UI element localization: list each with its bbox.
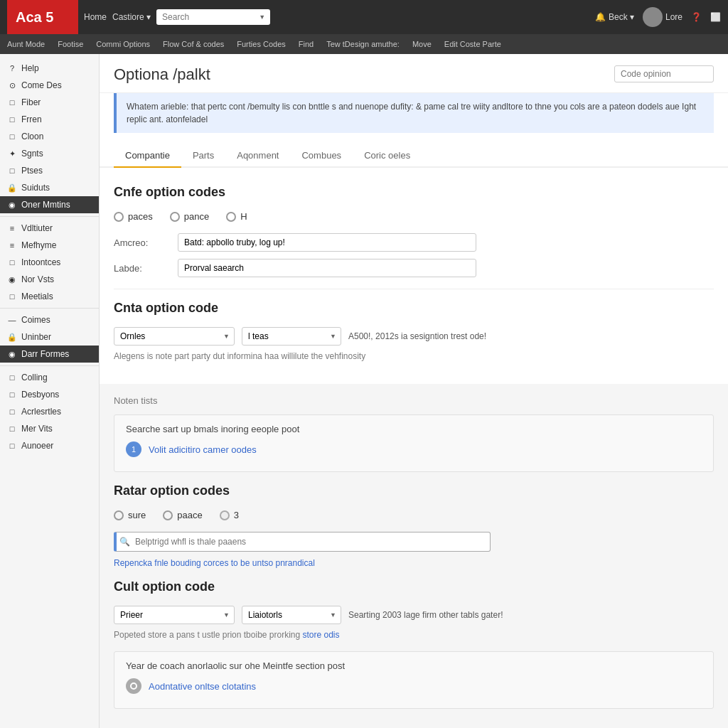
sidebar-label-sgnts: Sgnts xyxy=(21,149,43,159)
dropdown4-select[interactable]: Liaiotorls xyxy=(242,606,341,624)
sidebar-item-sgnts[interactable]: ✦ Sgnts xyxy=(0,145,99,162)
sidebar-item-coimes[interactable]: — Coimes xyxy=(0,311,99,328)
radio-circle-h xyxy=(226,212,236,222)
sidebar-item-darr-formes[interactable]: ◉ Darr Formes xyxy=(0,346,99,363)
user-avatar-btn[interactable]: Lore xyxy=(643,7,682,27)
sidebar-item-vdltiuter[interactable]: ≡ Vdltiuter xyxy=(0,220,99,237)
sidebar-label-desbyons: Desbyons xyxy=(21,390,59,400)
come-des-icon: ⊙ xyxy=(7,80,17,90)
help-icon-btn[interactable]: ❓ xyxy=(691,12,702,22)
sidebar-item-intoontces[interactable]: □ Intoontces xyxy=(0,254,99,271)
search-input[interactable] xyxy=(156,9,270,25)
secnav-commi[interactable]: Commi Options xyxy=(96,40,150,48)
tab-combues[interactable]: Combues xyxy=(290,144,353,168)
secnav-edit[interactable]: Edit Coste Parte xyxy=(444,40,501,48)
section3-title: Ratar option codes xyxy=(114,483,714,498)
sidebar-item-frren[interactable]: □ Frren xyxy=(0,111,99,128)
radio2-3[interactable]: 3 xyxy=(220,510,239,520)
user-name: Lore xyxy=(665,12,682,22)
sidebar-label-mef: Mefhyme xyxy=(21,240,56,250)
sidebar-label-into: Intoontces xyxy=(21,257,60,267)
dropdown3-select[interactable]: Prieer xyxy=(114,606,235,624)
content-body: Cnfe option codes paces pance H xyxy=(100,168,728,384)
secnav-tew[interactable]: Tew tDesign amuthe: xyxy=(326,40,400,48)
sidebar-item-fiber[interactable]: □ Fiber xyxy=(0,94,99,111)
nav-castiore[interactable]: Castiore ▾ xyxy=(112,12,151,22)
avatar xyxy=(643,7,663,27)
user-bell-btn[interactable]: 🔔 Beck ▾ xyxy=(595,12,634,22)
sidebar-item-acrlesrtles[interactable]: □ Acrlesrtles xyxy=(0,403,99,420)
amcreo-input[interactable] xyxy=(178,233,476,252)
tabs-row: Compantie Parts Aqonment Combues Coric o… xyxy=(100,144,728,168)
radio-h[interactable]: H xyxy=(226,211,247,222)
dropdown1-wrapper: Ornles xyxy=(114,327,235,346)
tab-coric-oeles[interactable]: Coric oeles xyxy=(353,144,422,168)
secnav-furties[interactable]: Furties Codes xyxy=(237,40,285,48)
sidebar-item-mefhyme[interactable]: ≡ Mefhyme xyxy=(0,237,99,254)
sidebar-label-mer: Mer Vits xyxy=(21,424,53,434)
sidebar-item-meetials[interactable]: □ Meetials xyxy=(0,288,99,305)
coimes-icon: — xyxy=(7,315,17,325)
sidebar-item-help[interactable]: ? Help xyxy=(0,60,99,77)
section3-search-input[interactable] xyxy=(114,532,491,552)
labde-input[interactable] xyxy=(178,259,476,277)
help-sidebar-icon: ? xyxy=(7,63,17,73)
tab-parts[interactable]: Parts xyxy=(181,144,225,168)
sidebar-divider-3 xyxy=(0,365,99,366)
section3-link[interactable]: Repencka fnle bouding corces to be untso… xyxy=(114,558,315,568)
window-icon-btn[interactable]: ⬜ xyxy=(710,12,721,22)
radio-pance[interactable]: pance xyxy=(170,211,209,222)
sidebar-item-cloon[interactable]: □ Cloon xyxy=(0,128,99,145)
sidebar-item-come-des[interactable]: ⊙ Come Des xyxy=(0,77,99,94)
sidebar-label-aunoeer: Aunoeer xyxy=(21,441,53,451)
radio-circle-paces xyxy=(114,212,124,222)
section4-side-text: Searting 2003 lage firm other tabls gate… xyxy=(348,610,503,620)
sidebar-item-nor-vsts[interactable]: ◉ Nor Vsts xyxy=(0,271,99,288)
secnav-move[interactable]: Move xyxy=(412,40,432,48)
lower-section: Noten tists Searche sart up bmals inorin… xyxy=(100,384,728,728)
radio2-paace[interactable]: paace xyxy=(163,510,202,520)
radio2-sure[interactable]: sure xyxy=(114,510,146,520)
sidebar-label-coimes: Coimes xyxy=(21,315,50,325)
tab-aqonment[interactable]: Aqonment xyxy=(225,144,290,168)
sidebar-item-oner-mmtins[interactable]: ◉ Oner Mmtins xyxy=(0,196,99,213)
sidebar-item-desbyons[interactable]: □ Desbyons xyxy=(0,386,99,403)
into-icon: □ xyxy=(7,257,17,267)
sidebar-item-uninber[interactable]: 🔒 Uninber xyxy=(0,328,99,346)
radio-circle-3 xyxy=(220,510,230,520)
page-header: Optiona /palkt xyxy=(100,54,728,93)
sidebar-label-meetials: Meetials xyxy=(21,291,53,301)
content-area: Optiona /palkt Whatem arieble: that pert… xyxy=(100,54,728,728)
dropdown1-select[interactable]: Ornles xyxy=(114,327,235,346)
sidebar: ? Help ⊙ Come Des □ Fiber □ Frren □ Cloo… xyxy=(0,54,100,728)
dropdown2-select[interactable]: l teas xyxy=(242,327,341,346)
tab-compantie[interactable]: Compantie xyxy=(114,144,181,168)
secnav-footise[interactable]: Footise xyxy=(58,40,83,48)
sidebar-item-colling[interactable]: □ Colling xyxy=(0,369,99,386)
step1-link[interactable]: Volit adicitiro camer oodes xyxy=(149,444,257,455)
radio-paces[interactable]: paces xyxy=(114,211,153,222)
app-logo[interactable]: Aca 5 xyxy=(7,0,78,34)
sidebar-label-ptses: Ptses xyxy=(21,166,43,176)
secnav-aunt-mode[interactable]: Aunt Mode xyxy=(7,40,45,48)
section4-title: Cult option code xyxy=(114,579,714,594)
sidebar-item-aunoeer[interactable]: □ Aunoeer xyxy=(0,437,99,454)
amcreo-label: Amcreo: xyxy=(114,237,171,248)
radio2-label-sure: sure xyxy=(128,510,146,520)
sidebar-item-suiduts[interactable]: 🔒 Suiduts xyxy=(0,179,99,196)
secnav-find[interactable]: Find xyxy=(299,40,314,48)
nav-home[interactable]: Home xyxy=(84,12,107,22)
oner-icon: ◉ xyxy=(7,200,17,210)
form-row-amcreo: Amcreo: xyxy=(114,233,714,252)
step2-link[interactable]: Aodntative onltse clotatins xyxy=(149,681,256,692)
sidebar-item-ptses[interactable]: □ Ptses xyxy=(0,162,99,179)
sidebar-item-mer-vits[interactable]: □ Mer Vits xyxy=(0,420,99,437)
auno-icon: □ xyxy=(7,441,17,451)
secnav-flow[interactable]: Flow Cof & codes xyxy=(163,40,224,48)
store-link[interactable]: store odis xyxy=(303,630,340,640)
mer-icon: □ xyxy=(7,424,17,434)
page-search-input[interactable] xyxy=(614,65,714,82)
section4-dropdown-row: Prieer Liaiotorls Searting 2003 lage fir… xyxy=(114,606,714,624)
lock-icon: 🔒 xyxy=(7,183,17,193)
cloon-icon: □ xyxy=(7,132,17,141)
